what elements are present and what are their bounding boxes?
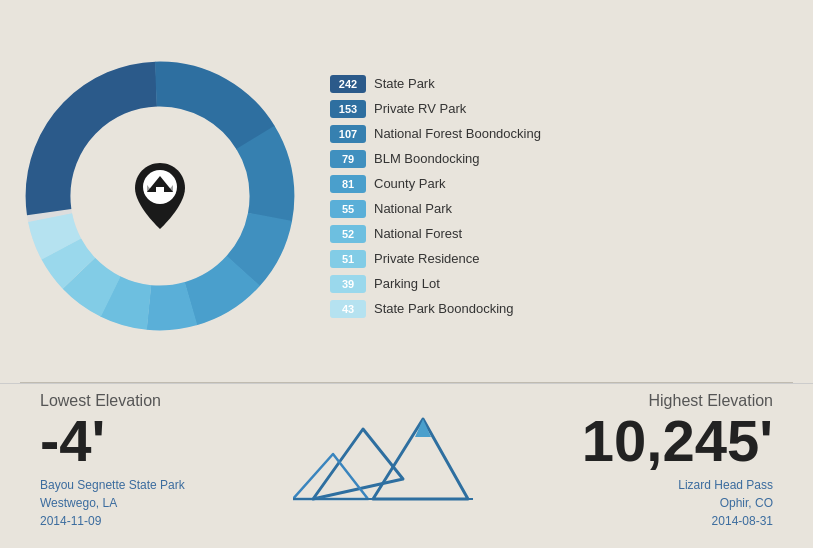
legend-badge: 39 — [330, 275, 366, 293]
legend-item: 242State Park — [330, 75, 541, 93]
highest-elevation-block: Highest Elevation 10,245' Lizard Head Pa… — [582, 392, 773, 530]
legend-label: National Park — [374, 201, 452, 216]
legend-badge: 43 — [330, 300, 366, 318]
legend-item: 55National Park — [330, 200, 541, 218]
top-section: 242State Park153Private RV Park107Nation… — [0, 0, 813, 382]
bottom-section: Lowest Elevation -4' Bayou Segnette Stat… — [0, 383, 813, 548]
chart-legend: 242State Park153Private RV Park107Nation… — [330, 75, 541, 318]
legend-label: Parking Lot — [374, 276, 440, 291]
legend-label: BLM Boondocking — [374, 151, 480, 166]
legend-badge: 107 — [330, 125, 366, 143]
mountain-illustration — [293, 399, 473, 523]
legend-badge: 51 — [330, 250, 366, 268]
legend-item: 107National Forest Boondocking — [330, 125, 541, 143]
legend-badge: 153 — [330, 100, 366, 118]
legend-item: 43State Park Boondocking — [330, 300, 541, 318]
legend-label: State Park Boondocking — [374, 301, 513, 316]
legend-badge: 79 — [330, 150, 366, 168]
legend-label: Private Residence — [374, 251, 480, 266]
legend-badge: 52 — [330, 225, 366, 243]
svg-marker-16 — [313, 429, 403, 499]
legend-item: 81County Park — [330, 175, 541, 193]
legend-item: 153Private RV Park — [330, 100, 541, 118]
lowest-elevation-sub: Bayou Segnette State Park Westwego, LA 2… — [40, 476, 185, 530]
legend-item: 39Parking Lot — [330, 275, 541, 293]
legend-item: 52National Forest — [330, 225, 541, 243]
map-pin-icon — [130, 161, 190, 231]
legend-label: National Forest Boondocking — [374, 126, 541, 141]
lowest-elevation-value: -4' — [40, 412, 105, 470]
svg-rect-13 — [156, 187, 164, 192]
legend-item: 51Private Residence — [330, 250, 541, 268]
legend-item: 79BLM Boondocking — [330, 150, 541, 168]
donut-chart — [20, 56, 300, 336]
legend-badge: 81 — [330, 175, 366, 193]
legend-label: County Park — [374, 176, 446, 191]
lowest-elevation-block: Lowest Elevation -4' Bayou Segnette Stat… — [40, 392, 185, 530]
legend-label: Private RV Park — [374, 101, 466, 116]
legend-label: National Forest — [374, 226, 462, 241]
legend-badge: 55 — [330, 200, 366, 218]
legend-label: State Park — [374, 76, 435, 91]
highest-elevation-sub: Lizard Head Pass Ophir, CO 2014-08-31 — [678, 476, 773, 530]
legend-badge: 242 — [330, 75, 366, 93]
highest-elevation-value: 10,245' — [582, 412, 773, 470]
